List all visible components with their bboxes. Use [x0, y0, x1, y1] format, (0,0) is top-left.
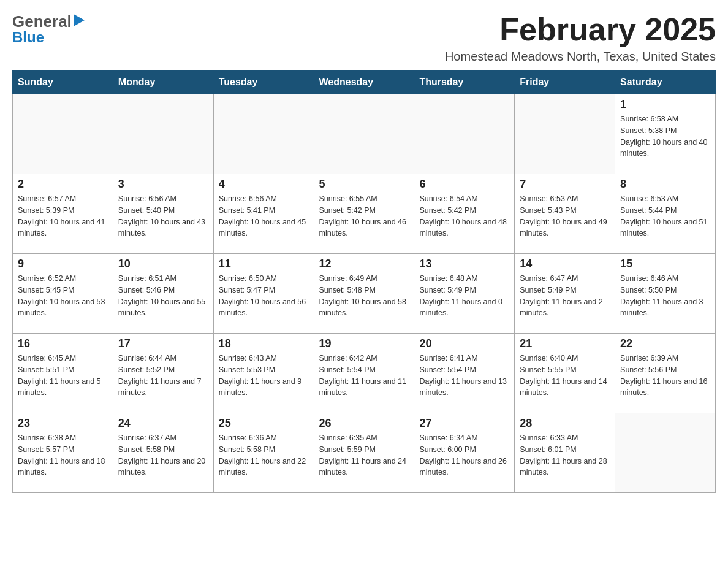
day-info: Sunrise: 6:40 AM Sunset: 5:55 PM Dayligh…	[520, 353, 610, 399]
day-number: 14	[520, 258, 610, 270]
calendar-cell: 18Sunrise: 6:43 AM Sunset: 5:53 PM Dayli…	[213, 334, 314, 413]
calendar-cell	[615, 413, 716, 493]
day-info: Sunrise: 6:48 AM Sunset: 5:49 PM Dayligh…	[419, 273, 509, 319]
calendar-cell: 27Sunrise: 6:34 AM Sunset: 6:00 PM Dayli…	[414, 413, 515, 493]
day-info: Sunrise: 6:38 AM Sunset: 5:57 PM Dayligh…	[18, 432, 108, 478]
day-info: Sunrise: 6:56 AM Sunset: 5:41 PM Dayligh…	[219, 193, 309, 239]
calendar-cell: 2Sunrise: 6:57 AM Sunset: 5:39 PM Daylig…	[13, 174, 113, 254]
day-number: 19	[319, 337, 409, 350]
calendar-cell: 10Sunrise: 6:51 AM Sunset: 5:46 PM Dayli…	[113, 254, 213, 334]
calendar-table: Sunday Monday Tuesday Wednesday Thursday…	[12, 70, 716, 493]
day-number: 1	[620, 98, 710, 111]
calendar-cell: 20Sunrise: 6:41 AM Sunset: 5:54 PM Dayli…	[414, 334, 515, 413]
calendar-cell	[314, 94, 414, 174]
calendar-cell: 5Sunrise: 6:55 AM Sunset: 5:42 PM Daylig…	[314, 174, 414, 254]
day-info: Sunrise: 6:34 AM Sunset: 6:00 PM Dayligh…	[419, 432, 509, 478]
calendar-cell: 24Sunrise: 6:37 AM Sunset: 5:58 PM Dayli…	[113, 413, 213, 493]
day-number: 13	[419, 258, 509, 270]
day-info: Sunrise: 6:53 AM Sunset: 5:44 PM Dayligh…	[620, 193, 710, 239]
day-info: Sunrise: 6:51 AM Sunset: 5:46 PM Dayligh…	[118, 273, 208, 319]
calendar-cell: 3Sunrise: 6:56 AM Sunset: 5:40 PM Daylig…	[113, 174, 213, 254]
day-info: Sunrise: 6:33 AM Sunset: 6:01 PM Dayligh…	[520, 432, 610, 478]
col-saturday: Saturday	[615, 71, 716, 94]
calendar-cell: 9Sunrise: 6:52 AM Sunset: 5:45 PM Daylig…	[13, 254, 113, 334]
day-info: Sunrise: 6:39 AM Sunset: 5:56 PM Dayligh…	[620, 353, 710, 399]
day-info: Sunrise: 6:56 AM Sunset: 5:40 PM Dayligh…	[118, 193, 208, 239]
calendar-cell: 13Sunrise: 6:48 AM Sunset: 5:49 PM Dayli…	[414, 254, 515, 334]
day-info: Sunrise: 6:50 AM Sunset: 5:47 PM Dayligh…	[219, 273, 309, 319]
day-number: 27	[419, 417, 509, 430]
calendar-week-row: 1Sunrise: 6:58 AM Sunset: 5:38 PM Daylig…	[13, 94, 716, 174]
calendar-cell: 7Sunrise: 6:53 AM Sunset: 5:43 PM Daylig…	[515, 174, 615, 254]
calendar-cell	[13, 94, 113, 174]
calendar-cell: 8Sunrise: 6:53 AM Sunset: 5:44 PM Daylig…	[615, 174, 716, 254]
calendar-cell: 15Sunrise: 6:46 AM Sunset: 5:50 PM Dayli…	[615, 254, 716, 334]
day-number: 6	[419, 178, 509, 191]
day-info: Sunrise: 6:41 AM Sunset: 5:54 PM Dayligh…	[419, 353, 509, 399]
calendar-cell: 16Sunrise: 6:45 AM Sunset: 5:51 PM Dayli…	[13, 334, 113, 413]
logo: General Blue	[12, 12, 85, 46]
calendar-cell: 14Sunrise: 6:47 AM Sunset: 5:49 PM Dayli…	[515, 254, 615, 334]
calendar-cell: 4Sunrise: 6:56 AM Sunset: 5:41 PM Daylig…	[213, 174, 314, 254]
day-number: 10	[118, 258, 208, 270]
day-number: 15	[620, 258, 710, 270]
day-number: 26	[319, 417, 409, 430]
day-number: 9	[18, 258, 108, 270]
day-number: 16	[18, 337, 108, 350]
calendar-cell: 26Sunrise: 6:35 AM Sunset: 5:59 PM Dayli…	[314, 413, 414, 493]
day-number: 12	[319, 258, 409, 270]
day-number: 4	[219, 178, 309, 191]
calendar-week-row: 23Sunrise: 6:38 AM Sunset: 5:57 PM Dayli…	[13, 413, 716, 493]
day-number: 18	[219, 337, 309, 350]
day-number: 23	[18, 417, 108, 430]
col-tuesday: Tuesday	[213, 71, 314, 94]
calendar-week-row: 2Sunrise: 6:57 AM Sunset: 5:39 PM Daylig…	[13, 174, 716, 254]
calendar-cell: 21Sunrise: 6:40 AM Sunset: 5:55 PM Dayli…	[515, 334, 615, 413]
day-number: 28	[520, 417, 610, 430]
calendar-cell: 6Sunrise: 6:54 AM Sunset: 5:42 PM Daylig…	[414, 174, 515, 254]
col-friday: Friday	[515, 71, 615, 94]
day-info: Sunrise: 6:37 AM Sunset: 5:58 PM Dayligh…	[118, 432, 208, 478]
day-info: Sunrise: 6:55 AM Sunset: 5:42 PM Dayligh…	[319, 193, 409, 239]
col-thursday: Thursday	[414, 71, 515, 94]
day-info: Sunrise: 6:44 AM Sunset: 5:52 PM Dayligh…	[118, 353, 208, 399]
col-wednesday: Wednesday	[314, 71, 414, 94]
logo-blue-text: Blue	[12, 29, 44, 46]
calendar-cell	[414, 94, 515, 174]
calendar-cell: 23Sunrise: 6:38 AM Sunset: 5:57 PM Dayli…	[13, 413, 113, 493]
month-title: February 2025	[445, 12, 716, 47]
day-number: 25	[219, 417, 309, 430]
calendar-header-row: Sunday Monday Tuesday Wednesday Thursday…	[13, 71, 716, 94]
calendar-week-row: 9Sunrise: 6:52 AM Sunset: 5:45 PM Daylig…	[13, 254, 716, 334]
day-number: 8	[620, 178, 710, 191]
day-number: 22	[620, 337, 710, 350]
calendar-cell: 25Sunrise: 6:36 AM Sunset: 5:58 PM Dayli…	[213, 413, 314, 493]
day-info: Sunrise: 6:47 AM Sunset: 5:49 PM Dayligh…	[520, 273, 610, 319]
day-info: Sunrise: 6:54 AM Sunset: 5:42 PM Dayligh…	[419, 193, 509, 239]
location-subtitle: Homestead Meadows North, Texas, United S…	[445, 50, 716, 64]
calendar-cell: 28Sunrise: 6:33 AM Sunset: 6:01 PM Dayli…	[515, 413, 615, 493]
day-number: 21	[520, 337, 610, 350]
day-number: 17	[118, 337, 208, 350]
calendar-cell	[515, 94, 615, 174]
calendar-cell: 22Sunrise: 6:39 AM Sunset: 5:56 PM Dayli…	[615, 334, 716, 413]
calendar-cell: 19Sunrise: 6:42 AM Sunset: 5:54 PM Dayli…	[314, 334, 414, 413]
day-info: Sunrise: 6:45 AM Sunset: 5:51 PM Dayligh…	[18, 353, 108, 399]
calendar-cell	[213, 94, 314, 174]
day-number: 11	[219, 258, 309, 270]
day-number: 20	[419, 337, 509, 350]
day-number: 2	[18, 178, 108, 191]
day-info: Sunrise: 6:52 AM Sunset: 5:45 PM Dayligh…	[18, 273, 108, 319]
day-info: Sunrise: 6:36 AM Sunset: 5:58 PM Dayligh…	[219, 432, 309, 478]
day-info: Sunrise: 6:49 AM Sunset: 5:48 PM Dayligh…	[319, 273, 409, 319]
day-info: Sunrise: 6:46 AM Sunset: 5:50 PM Dayligh…	[620, 273, 710, 319]
day-info: Sunrise: 6:35 AM Sunset: 5:59 PM Dayligh…	[319, 432, 409, 478]
day-number: 24	[118, 417, 208, 430]
col-monday: Monday	[113, 71, 213, 94]
calendar-cell: 12Sunrise: 6:49 AM Sunset: 5:48 PM Dayli…	[314, 254, 414, 334]
logo-arrow-icon	[74, 13, 85, 30]
day-info: Sunrise: 6:58 AM Sunset: 5:38 PM Dayligh…	[620, 113, 710, 159]
day-info: Sunrise: 6:42 AM Sunset: 5:54 PM Dayligh…	[319, 353, 409, 399]
calendar-cell: 17Sunrise: 6:44 AM Sunset: 5:52 PM Dayli…	[113, 334, 213, 413]
day-number: 5	[319, 178, 409, 191]
